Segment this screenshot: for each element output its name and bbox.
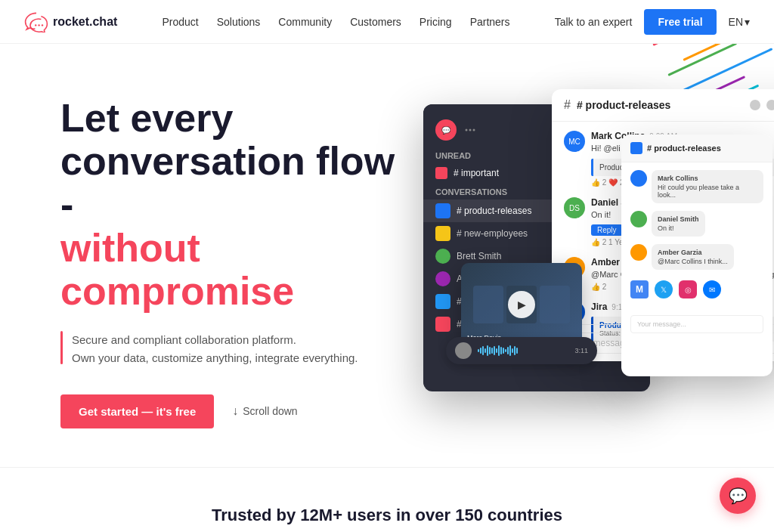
hero-description: Secure and compliant collaboration platf… [60, 331, 408, 367]
nav-pricing[interactable]: Pricing [420, 16, 452, 28]
diag-line-3 [667, 44, 737, 76]
ui-user-avatar: 💬 [435, 119, 457, 141]
channel-dot [435, 167, 447, 179]
channel-color [435, 294, 450, 309]
action-icon-2[interactable] [766, 100, 774, 110]
channel-color [435, 226, 450, 241]
nav-product[interactable]: Product [163, 16, 199, 28]
diag-line-4 [683, 48, 772, 91]
scroll-down-link[interactable]: ↓ Scroll down [232, 404, 297, 418]
float-message-3: Amber Garzia @Marc Collins I think... [630, 244, 763, 270]
get-started-button[interactable]: Get started — it's free [60, 394, 214, 428]
svg-point-3 [466, 129, 468, 131]
sidebar-menu-icon [464, 124, 476, 136]
nav-solutions[interactable]: Solutions [217, 16, 261, 28]
brand-name: rocket.chat [53, 15, 117, 29]
float-bubble: Daniel Smith On it! [652, 211, 705, 237]
svg-point-4 [469, 129, 472, 131]
video-background: ▶ Marc Davis [461, 263, 582, 346]
float-panel-header: # product-releases [621, 135, 772, 162]
free-trial-button[interactable]: Free trial [644, 9, 716, 35]
gmail-icon: M [630, 280, 649, 298]
float-messages: Mark Collins Hi! could you please take a… [621, 162, 772, 309]
message-avatar: DS [564, 197, 585, 218]
nav-menu: Product Solutions Community Customers Pr… [163, 16, 510, 28]
audio-message: 3:11 [446, 337, 597, 364]
hero-section: Let every conversation flow - without co… [0, 44, 774, 467]
svg-point-2 [42, 24, 43, 26]
channel-color [435, 271, 450, 286]
nav-partners[interactable]: Partners [470, 16, 510, 28]
audio-avatar [455, 342, 472, 359]
float-avatar [630, 170, 647, 187]
navbar-right: Talk to an expert Free trial EN ▾ [555, 9, 750, 35]
float-avatar [630, 211, 647, 227]
video-preview: ▶ Marc Davis [461, 263, 582, 346]
channel-hash-icon: # [564, 98, 571, 112]
navbar: rocket.chat Product Solutions Community … [0, 0, 774, 44]
brand-logo[interactable]: rocket.chat [24, 11, 117, 32]
nav-community[interactable]: Community [278, 16, 332, 28]
chat-widget-button[interactable]: 💬 [720, 478, 756, 514]
hero-desc-text: Secure and compliant collaboration platf… [72, 331, 358, 367]
svg-point-0 [35, 24, 36, 26]
float-integrations: M 𝕏 ◎ ✉ [630, 277, 763, 302]
diag-line-1 [652, 44, 749, 46]
ui-float-panel: # product-releases Mark Collins Hi! coul… [621, 135, 772, 376]
float-input[interactable]: Your message... [630, 315, 763, 333]
svg-point-1 [38, 24, 39, 26]
float-bubble: Mark Collins Hi! could you please take a… [652, 170, 763, 203]
hero-actions: Get started — it's free ↓ Scroll down [60, 394, 408, 428]
float-bubble: Amber Garzia @Marc Collins I think... [652, 244, 734, 270]
svg-point-5 [473, 129, 475, 131]
messenger-icon: ✉ [703, 280, 721, 298]
trusted-title: Trusted by 12M+ users in over 150 countr… [24, 506, 750, 525]
play-button[interactable]: ▶ [508, 291, 535, 318]
hero-ui-demo: 💬 Unread # important Conversations # pro [423, 89, 750, 437]
twitter-icon: 𝕏 [655, 280, 673, 298]
float-message-1: Mark Collins Hi! could you please take a… [630, 170, 763, 203]
trusted-section: Trusted by 12M+ users in over 150 countr… [0, 467, 774, 532]
channel-color [435, 249, 450, 264]
float-channel-dot [630, 142, 642, 154]
chat-widget-icon: 💬 [729, 487, 748, 505]
channel-color [435, 317, 450, 332]
diag-line-2 [683, 44, 766, 61]
chat-actions [750, 100, 774, 110]
nav-customers[interactable]: Customers [350, 16, 401, 28]
language-selector[interactable]: EN ▾ [729, 16, 750, 28]
audio-waveform [478, 345, 568, 357]
message-avatar: MC [564, 131, 585, 152]
hero-content: Let every conversation flow - without co… [60, 89, 408, 428]
scroll-arrow-icon: ↓ [232, 404, 238, 418]
hero-desc-bar [60, 331, 63, 364]
instagram-icon: ◎ [679, 280, 697, 298]
chat-header: # # product-releases [552, 89, 774, 122]
talk-expert-link[interactable]: Talk to an expert [555, 16, 633, 28]
hero-headline: Let every conversation flow - without co… [60, 97, 408, 313]
float-avatar [630, 244, 647, 261]
float-message-2: Daniel Smith On it! [630, 211, 763, 237]
channel-color [435, 203, 450, 218]
reply-button[interactable]: Reply [591, 224, 623, 236]
logo-icon [24, 11, 48, 32]
action-icon-1[interactable] [750, 100, 760, 110]
